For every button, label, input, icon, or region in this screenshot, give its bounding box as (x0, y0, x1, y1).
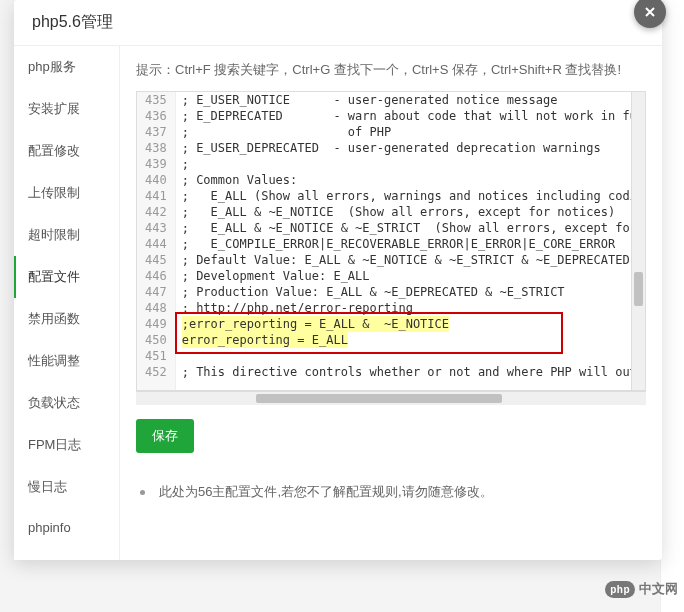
note: 此处为56主配置文件,若您不了解配置规则,请勿随意修改。 (136, 483, 646, 501)
code-line[interactable] (182, 348, 631, 364)
code-line[interactable]: ; E_ALL & ~E_NOTICE (Show all errors, ex… (182, 204, 631, 220)
save-button[interactable]: 保存 (136, 419, 194, 453)
code-line[interactable]: ; E_COMPILE_ERROR|E_RECOVERABLE_ERROR|E_… (182, 236, 631, 252)
code-line[interactable]: ;error_reporting = E_ALL & ~E_NOTICE (182, 316, 631, 332)
code-line[interactable]: ; http://php.net/error-reporting (182, 300, 631, 316)
code-editor[interactable]: 4354364374384394404414424434444454464474… (136, 91, 646, 391)
close-icon (642, 4, 658, 20)
code-line[interactable]: ; Common Values: (182, 172, 631, 188)
modal: php5.6管理 php服务安装扩展配置修改上传限制超时限制配置文件禁用函数性能… (14, 0, 662, 560)
bullet-icon (140, 490, 145, 495)
sidebar-item-9[interactable]: FPM日志 (14, 424, 119, 466)
sidebar-item-10[interactable]: 慢日志 (14, 466, 119, 508)
sidebar: php服务安装扩展配置修改上传限制超时限制配置文件禁用函数性能调整负载状态FPM… (14, 46, 120, 560)
sidebar-item-5[interactable]: 配置文件 (14, 256, 120, 298)
horizontal-scrollbar[interactable] (136, 391, 646, 405)
note-text: 此处为56主配置文件,若您不了解配置规则,请勿随意修改。 (159, 483, 493, 501)
watermark-logo: php (605, 581, 635, 598)
code-line[interactable]: ; (182, 156, 631, 172)
hint-text: 提示：Ctrl+F 搜索关键字，Ctrl+G 查找下一个，Ctrl+S 保存，C… (136, 61, 646, 79)
code-line[interactable]: ; Production Value: E_ALL & ~E_DEPRECATE… (182, 284, 631, 300)
hscroll-thumb[interactable] (256, 394, 502, 403)
sidebar-item-6[interactable]: 禁用函数 (14, 298, 119, 340)
sidebar-item-2[interactable]: 配置修改 (14, 130, 119, 172)
code-line[interactable]: ; E_ALL & ~E_NOTICE & ~E_STRICT (Show al… (182, 220, 631, 236)
sidebar-item-0[interactable]: php服务 (14, 46, 119, 88)
code-line[interactable]: ; E_USER_NOTICE - user-generated notice … (182, 92, 631, 108)
code-line[interactable]: ; This directive controls whether or not… (182, 364, 631, 380)
sidebar-item-4[interactable]: 超时限制 (14, 214, 119, 256)
main-panel: 提示：Ctrl+F 搜索关键字，Ctrl+G 查找下一个，Ctrl+S 保存，C… (120, 46, 662, 560)
watermark: php 中文网 (605, 580, 678, 598)
code-line[interactable]: ; E_DEPRECATED - warn about code that wi… (182, 108, 631, 124)
vscroll-thumb[interactable] (634, 272, 643, 306)
code-line[interactable]: ; E_USER_DEPRECATED - user-generated dep… (182, 140, 631, 156)
vertical-scrollbar[interactable] (631, 92, 645, 390)
modal-title: php5.6管理 (14, 0, 662, 46)
code-line[interactable]: ; Development Value: E_ALL (182, 268, 631, 284)
line-gutter: 4354364374384394404414424434444454464474… (137, 92, 176, 390)
code-content[interactable]: ; E_USER_NOTICE - user-generated notice … (176, 92, 631, 390)
sidebar-item-7[interactable]: 性能调整 (14, 340, 119, 382)
sidebar-item-11[interactable]: phpinfo (14, 508, 119, 547)
code-line[interactable]: ; E_ALL (Show all errors, warnings and n… (182, 188, 631, 204)
code-line[interactable]: error_reporting = E_ALL (182, 332, 631, 348)
code-line[interactable]: ; of PHP (182, 124, 631, 140)
code-line[interactable]: ; Default Value: E_ALL & ~E_NOTICE & ~E_… (182, 252, 631, 268)
sidebar-item-1[interactable]: 安装扩展 (14, 88, 119, 130)
sidebar-item-8[interactable]: 负载状态 (14, 382, 119, 424)
sidebar-item-3[interactable]: 上传限制 (14, 172, 119, 214)
watermark-text: 中文网 (639, 580, 678, 598)
